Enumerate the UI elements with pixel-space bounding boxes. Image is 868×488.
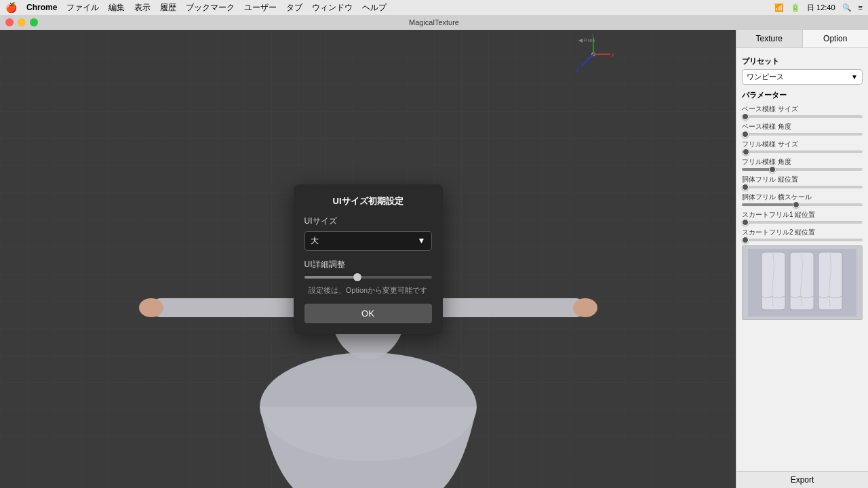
menu-item-window[interactable]: ウィンドウ xyxy=(312,2,353,14)
menu-bar: 🍎 Chrome ファイル 編集 表示 履歴 ブックマーク ユーザー タブ ウィ… xyxy=(0,0,868,15)
panel-tabs: Texture Option xyxy=(736,30,868,48)
menu-item-edit[interactable]: 編集 xyxy=(108,2,125,14)
tab-option[interactable]: Option xyxy=(803,30,869,47)
svg-rect-34 xyxy=(790,252,814,310)
param-label-1: ベース模様 角度 xyxy=(742,122,863,131)
menu-bar-right: 📶 🔋 日 12:40 🔍 ≡ xyxy=(774,3,863,13)
menu-item-help[interactable]: ヘルプ xyxy=(362,2,387,14)
maximize-button[interactable] xyxy=(30,18,38,26)
menu-item-file[interactable]: ファイル xyxy=(66,2,99,14)
dialog-detail-slider-track[interactable] xyxy=(304,276,432,279)
dropdown-arrow-icon: ▼ xyxy=(851,73,858,81)
dialog-ok-button[interactable]: OK xyxy=(304,304,432,323)
dialog: UIサイズ初期設定 UIサイズ 大 ▼ UI詳細調整 xyxy=(294,184,443,334)
wifi-icon: 📶 xyxy=(774,3,784,12)
export-button[interactable]: Export xyxy=(736,471,868,488)
param-label-0: ベース模様 サイズ xyxy=(742,104,863,114)
dialog-slider-thumb xyxy=(353,273,361,281)
param-slider-2[interactable] xyxy=(742,150,863,153)
svg-rect-35 xyxy=(818,252,842,310)
apple-logo[interactable]: 🍎 xyxy=(5,2,17,13)
battery-icon: 🔋 xyxy=(791,3,800,12)
param-label-6: スカートフリル1 縦位置 xyxy=(742,210,863,220)
dialog-detail-label: UI詳細調整 xyxy=(304,259,432,270)
panel-content: プリセット ワンピース ▼ パラメーター ベース模様 サイズ ベース模様 角度 … xyxy=(736,48,868,471)
param-label-7: スカートフリル2 縦位置 xyxy=(742,228,863,237)
dialog-size-dropdown[interactable]: 大 ▼ xyxy=(304,231,432,251)
main-layout: X Y Z ◀ Prev xyxy=(0,30,868,488)
dialog-slider-fill xyxy=(304,276,358,279)
right-panel: Texture Option プリセット ワンピース ▼ パラメーター ベース模… xyxy=(736,30,868,488)
viewport[interactable]: X Y Z ◀ Prev xyxy=(0,30,736,488)
param-slider-4[interactable] xyxy=(742,186,863,188)
dropdown-chevron-icon: ▼ xyxy=(418,236,426,245)
search-icon[interactable]: 🔍 xyxy=(842,3,852,12)
dialog-size-value: 大 xyxy=(311,235,319,247)
param-label-4: 胴体フリル 縦位置 xyxy=(742,175,863,184)
param-slider-1[interactable] xyxy=(742,133,863,136)
traffic-lights xyxy=(5,18,38,26)
menu-icon[interactable]: ≡ xyxy=(859,3,863,12)
param-label-5: 胴体フリル 横スケール xyxy=(742,192,863,202)
window-title: MagicalTexture xyxy=(409,18,459,26)
menu-item-users[interactable]: ユーザー xyxy=(244,2,277,14)
menu-bar-left: 🍎 Chrome ファイル 編集 表示 履歴 ブックマーク ユーザー タブ ウィ… xyxy=(5,2,387,14)
preset-dropdown[interactable]: ワンピース ▼ xyxy=(742,69,863,85)
menu-item-history[interactable]: 履歴 xyxy=(160,2,176,14)
preset-label: プリセット xyxy=(742,56,863,66)
param-slider-3[interactable] xyxy=(742,168,863,171)
param-slider-7[interactable] xyxy=(742,239,863,241)
param-label-3: フリル模様 角度 xyxy=(742,157,863,167)
modal-overlay: UIサイズ初期設定 UIサイズ 大 ▼ UI詳細調整 xyxy=(0,30,736,488)
dialog-detail-slider-container xyxy=(304,276,432,279)
close-button[interactable] xyxy=(5,18,14,26)
dialog-title: UIサイズ初期設定 xyxy=(304,195,432,207)
param-slider-0[interactable] xyxy=(742,115,863,118)
menu-item-bookmarks[interactable]: ブックマーク xyxy=(186,2,235,14)
clock: 日 12:40 xyxy=(807,3,835,13)
param-label-2: フリル模様 サイズ xyxy=(742,140,863,149)
param-slider-6[interactable] xyxy=(742,221,863,224)
texture-preview xyxy=(742,245,863,320)
menu-item-view[interactable]: 表示 xyxy=(134,2,151,14)
dialog-hint: 設定後は、Optionから変更可能です xyxy=(304,285,432,296)
minimize-button[interactable] xyxy=(18,18,26,26)
param-slider-5[interactable] xyxy=(742,203,863,206)
tab-texture[interactable]: Texture xyxy=(736,30,803,47)
menu-item-chrome[interactable]: Chrome xyxy=(26,3,57,12)
menu-item-tabs[interactable]: タブ xyxy=(286,2,302,14)
dialog-size-label: UIサイズ xyxy=(304,216,432,227)
parameters-label: パラメーター xyxy=(742,90,863,100)
preset-value: ワンピース xyxy=(747,72,784,82)
title-bar: MagicalTexture xyxy=(0,15,868,30)
svg-rect-33 xyxy=(762,252,785,310)
